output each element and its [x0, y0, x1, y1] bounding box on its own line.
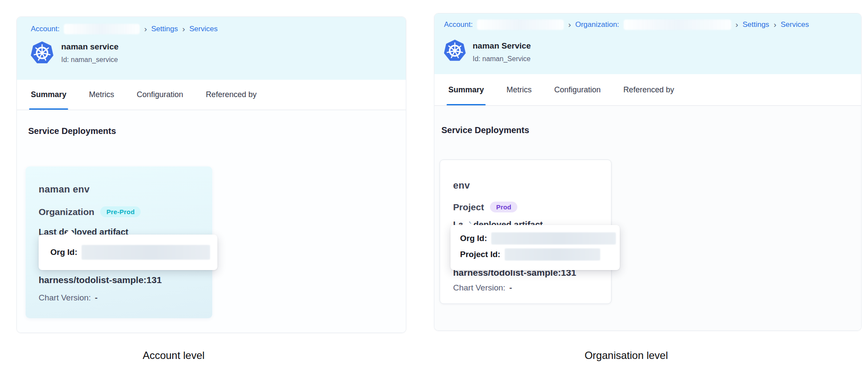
org-project-id-tooltip: Org Id: Project Id: — [450, 225, 620, 270]
tabs-bar: Summary Metrics Configuration Referenced… — [17, 80, 406, 110]
section-title: Service Deployments — [28, 126, 116, 136]
chevron-right-icon: › — [736, 20, 738, 29]
chevron-right-icon: › — [568, 20, 571, 29]
redacted-account-name — [477, 20, 564, 30]
env-type-badge: Pre-Prod — [100, 206, 141, 217]
org-id-tooltip: Org Id: — [39, 235, 217, 270]
account-level-panel: Account: › Settings › Services — [16, 16, 406, 333]
service-id: Id: naman_Service — [473, 55, 530, 63]
breadcrumb: Account: › Settings › Services — [31, 24, 217, 34]
redacted-org-id-value — [491, 232, 616, 245]
breadcrumb-services-link[interactable]: Services — [781, 20, 809, 29]
scope-row: Project Prod — [453, 202, 517, 212]
breadcrumb-organization-link[interactable]: Organization: — [575, 20, 619, 29]
redacted-project-id-value — [505, 248, 600, 261]
tab-metrics[interactable]: Metrics — [506, 74, 532, 105]
tooltip-row: Org Id: — [39, 235, 217, 270]
organisation-level-caption: Organisation level — [552, 349, 700, 362]
tab-summary[interactable]: Summary — [448, 74, 484, 105]
org-id-label: Org Id: — [50, 248, 77, 257]
env-type-badge: Prod — [490, 202, 517, 212]
tab-referenced-by[interactable]: Referenced by — [623, 74, 674, 105]
account-level-caption: Account level — [100, 349, 247, 362]
chevron-right-icon: › — [773, 20, 776, 29]
kubernetes-icon — [444, 39, 466, 61]
chart-version: Chart Version:- — [39, 293, 98, 303]
tab-metrics[interactable]: Metrics — [89, 80, 114, 110]
scope-label: Project — [453, 202, 484, 212]
redacted-organization-name — [624, 20, 731, 30]
tab-configuration[interactable]: Configuration — [554, 74, 601, 105]
tabs-bar: Summary Metrics Configuration Referenced… — [434, 74, 861, 106]
tooltip-row: Project Id: — [460, 248, 620, 261]
section-title: Service Deployments — [441, 125, 529, 135]
breadcrumb-account-link[interactable]: Account: — [444, 20, 473, 29]
chevron-right-icon: › — [144, 25, 147, 34]
redacted-org-id-value — [82, 245, 210, 260]
chart-version-label: Chart Version: — [453, 283, 505, 292]
scope-label: Organization — [39, 207, 94, 217]
breadcrumb: Account: › Organization: › Settings › Se… — [444, 20, 809, 30]
environment-name: naman env — [39, 184, 90, 195]
chart-version-value: - — [509, 283, 512, 292]
project-id-label: Project Id: — [460, 250, 500, 259]
artifact-name: harness/todolist-sample:131 — [39, 275, 162, 285]
chart-version: Chart Version:- — [453, 283, 512, 293]
breadcrumb-settings-link[interactable]: Settings — [743, 20, 769, 29]
breadcrumb-account-link[interactable]: Account: — [31, 25, 59, 33]
kubernetes-icon — [31, 41, 53, 64]
service-header: Account: › Organization: › Settings › Se… — [434, 13, 861, 74]
tab-configuration[interactable]: Configuration — [137, 80, 183, 110]
environment-name: env — [453, 180, 470, 191]
breadcrumb-services-link[interactable]: Services — [189, 25, 217, 33]
service-id: Id: naman_service — [61, 56, 118, 64]
chart-version-value: - — [95, 293, 97, 302]
tab-referenced-by[interactable]: Referenced by — [206, 80, 256, 110]
tab-summary[interactable]: Summary — [31, 80, 66, 110]
service-header: Account: › Settings › Services — [17, 17, 406, 80]
scope-row: Organization Pre-Prod — [39, 206, 141, 217]
chart-version-label: Chart Version: — [39, 293, 91, 302]
org-id-label: Org Id: — [460, 234, 487, 243]
chevron-right-icon: › — [182, 25, 185, 34]
breadcrumb-settings-link[interactable]: Settings — [151, 25, 178, 33]
organisation-level-panel: Account: › Organization: › Settings › Se… — [434, 13, 861, 331]
service-name: naman service — [61, 42, 118, 52]
service-name: naman Service — [473, 41, 531, 51]
tooltip-row: Org Id: — [460, 232, 620, 245]
redacted-account-name — [64, 24, 140, 34]
